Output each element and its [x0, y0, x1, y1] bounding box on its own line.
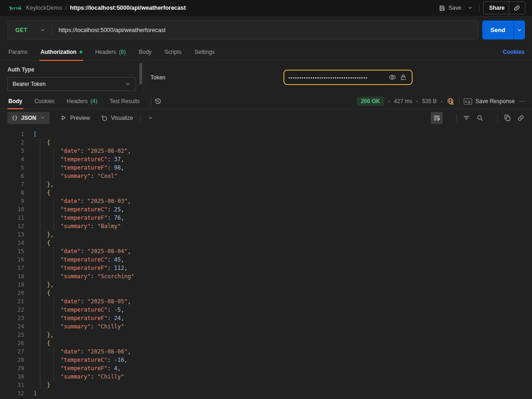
workspace-breadcrumb[interactable]: KeylockDemo [26, 5, 62, 11]
token-key: "date" [60, 197, 80, 205]
line-number: 19 [8, 281, 24, 289]
token-key: "temperatureC" [60, 356, 107, 364]
auth-panel-scrollbar[interactable] [139, 63, 142, 85]
auth-type-select[interactable]: Bearer Token [7, 77, 136, 91]
indent-guide [33, 255, 47, 264]
tab-scripts[interactable]: Scripts [164, 44, 183, 60]
token-lock-warning-icon[interactable] [400, 73, 407, 81]
tab-response-headers[interactable]: Headers (4) [66, 94, 98, 109]
token-key: "temperatureF" [60, 164, 107, 172]
toolbar-divider [140, 114, 141, 122]
save-options-chevron[interactable] [465, 4, 475, 12]
token-b2: } [47, 281, 50, 289]
ssl-warning-icon[interactable] [447, 97, 455, 105]
token-input[interactable]: •••••••••••••••••••••••••••••••••••• [283, 70, 413, 85]
token-pun: , [118, 364, 121, 373]
token-pun: , [50, 230, 53, 239]
url-input[interactable]: https://localhost:5000/api/weatherforeca… [52, 27, 166, 33]
viewer-collapse-chevron[interactable] [147, 115, 154, 121]
visualize-button[interactable]: Visualize [100, 114, 133, 122]
tab-body[interactable]: Body [138, 44, 152, 60]
wrap-text-button[interactable] [431, 112, 443, 124]
token-pun: : [80, 297, 87, 306]
preview-button[interactable]: Preview [60, 114, 90, 121]
more-options-icon[interactable]: ⋯ [519, 98, 525, 105]
indent-guide [33, 189, 47, 197]
save-response-button[interactable]: e.g. Save Response [464, 98, 515, 105]
braces-icon: {} [12, 115, 18, 121]
indent-guide [33, 339, 47, 347]
tab-authorization[interactable]: Authorization [39, 44, 83, 60]
indent-guide [47, 314, 60, 322]
copy-icon[interactable] [504, 114, 511, 122]
request-title[interactable]: https://localhost:5000/api/weatherforeca… [70, 5, 185, 11]
method-select[interactable]: GET [8, 27, 52, 33]
token-num: 4 [114, 364, 118, 373]
response-body-viewer[interactable]: 1[2{3"date": "2025-08-02",4"temperatureC… [0, 126, 532, 398]
indent-guide [47, 172, 60, 180]
cookies-link[interactable]: Cookies [503, 49, 525, 55]
line-number: 7 [8, 180, 24, 189]
share-label: Share [489, 5, 505, 11]
meta-separator [416, 101, 418, 102]
indent-guide [33, 281, 47, 289]
code-line: 26{ [8, 339, 532, 347]
line-number: 30 [8, 373, 24, 381]
token-pun: : [107, 356, 114, 364]
line-number: 15 [8, 247, 24, 255]
token-masked-value[interactable]: •••••••••••••••••••••••••••••••••••• [289, 75, 387, 80]
token-key: "summary" [60, 272, 91, 281]
share-button[interactable]: Share [483, 1, 525, 14]
line-number: 21 [8, 297, 24, 306]
response-history-icon[interactable] [154, 98, 162, 105]
line-number: 28 [8, 356, 24, 364]
chevron-down-icon [39, 27, 46, 33]
indent-guide [47, 255, 60, 264]
code-line: 30"summary": "Chilly" [8, 373, 532, 381]
indent-guide [47, 373, 60, 381]
filter-icon[interactable] [463, 114, 470, 122]
indent-guide [33, 164, 47, 172]
example-icon: e.g. [464, 98, 473, 105]
token-b1: [ [33, 130, 37, 138]
token-num: 98 [114, 164, 121, 172]
share-divider [509, 2, 509, 14]
link-icon[interactable] [517, 114, 525, 122]
code-line: 13}, [8, 230, 532, 239]
format-select[interactable]: {} JSON [7, 112, 50, 124]
token-pun: : [80, 197, 87, 205]
token-b2: } [47, 331, 50, 339]
share-link-icon[interactable] [513, 5, 525, 12]
tab-headers[interactable]: Headers (8) [94, 44, 127, 60]
line-number: 27 [8, 347, 24, 356]
response-size[interactable]: 535 B [422, 98, 436, 105]
token-pun: , [121, 164, 124, 172]
tab-test-results[interactable]: Test Results [108, 94, 140, 109]
token-num: 37 [114, 155, 121, 164]
token-pun: , [121, 306, 124, 314]
tab-params[interactable]: Params [7, 44, 28, 60]
token-key: "temperatureF" [60, 214, 107, 222]
save-label: Save [448, 5, 461, 11]
status-badge[interactable]: 200 OK [357, 97, 384, 106]
response-time[interactable]: 427 ms [394, 98, 412, 105]
save-button[interactable]: Save [439, 5, 461, 12]
indent-guide [47, 364, 60, 373]
send-button[interactable]: Send [482, 20, 513, 39]
meta-separator [441, 101, 442, 102]
tab-response-cookies[interactable]: Cookies [33, 94, 55, 109]
indent-guide [47, 247, 60, 255]
token-key: "temperatureC" [60, 205, 107, 214]
token-pun: , [50, 180, 53, 189]
line-number: 13 [8, 230, 24, 239]
code-line: 1[ [8, 130, 532, 138]
search-icon[interactable] [476, 114, 484, 122]
show-token-eye-icon[interactable] [388, 73, 396, 81]
play-icon [60, 114, 67, 121]
tab-response-body[interactable]: Body [7, 94, 23, 109]
line-number: 23 [8, 314, 24, 322]
tab-settings[interactable]: Settings [194, 44, 216, 60]
indent-guide [33, 222, 47, 230]
send-options-button[interactable] [513, 20, 525, 39]
format-label: JSON [21, 115, 36, 121]
